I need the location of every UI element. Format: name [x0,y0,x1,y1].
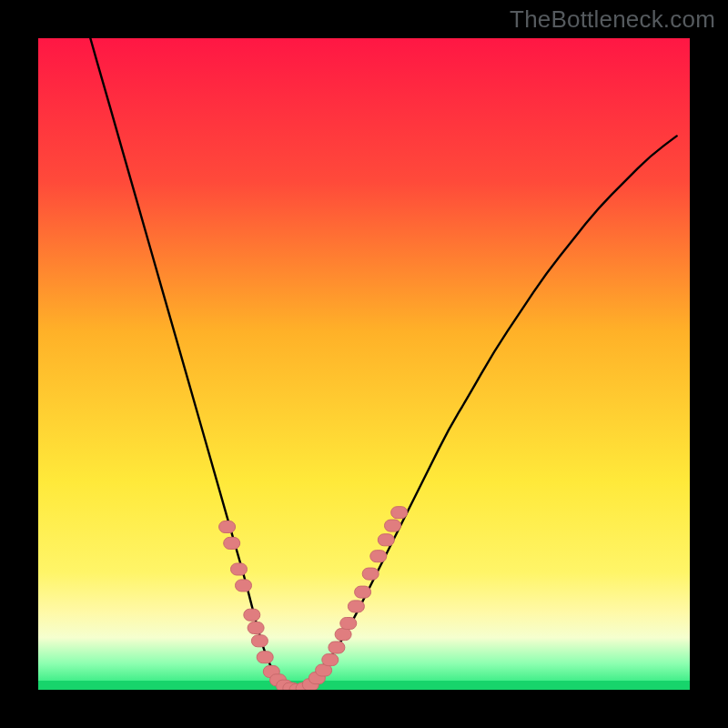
highlight-dot [329,642,345,653]
highlight-dot [378,534,394,546]
highlight-dot [322,654,339,666]
highlight-dot [340,618,357,630]
highlight-dot [219,521,236,533]
chart-frame: TheBottleneck.com [0,0,728,728]
highlight-dot [236,580,252,592]
highlight-dot [355,586,371,598]
watermark-text: TheBottleneck.com [510,5,715,34]
highlight-dot [370,551,387,562]
highlight-dot [244,609,260,621]
highlight-dot [391,507,408,519]
highlight-dot [248,622,264,634]
plot-bottom-band [38,681,690,690]
highlight-dot [348,601,364,612]
highlight-dot [257,652,273,663]
highlight-dot [224,537,240,549]
highlight-dot [251,635,268,647]
highlight-dot [231,563,248,575]
bottleneck-chart [0,0,728,728]
highlight-dot [385,520,401,531]
highlight-dot [335,629,351,641]
highlight-dot [362,568,379,580]
